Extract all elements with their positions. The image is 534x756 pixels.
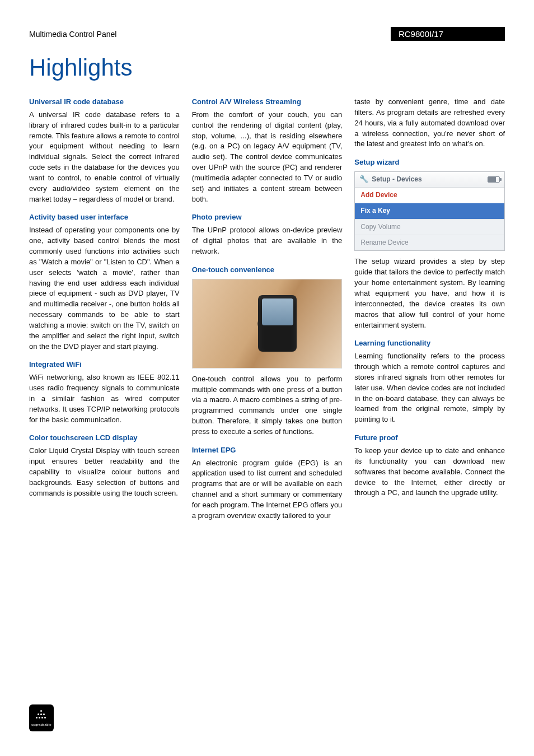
battery-icon: [488, 176, 500, 183]
remote-in-hand-photo: [192, 279, 343, 368]
section-title: Internet EPG: [192, 445, 343, 456]
upgradeable-icon: [36, 710, 47, 721]
section-title: Integrated WiFi: [29, 360, 180, 370]
section-title: Setup wizard: [354, 157, 505, 168]
section-body: The setup wizard provides a step by step…: [354, 256, 505, 330]
column-1: Universal IR code database A universal I…: [29, 97, 180, 524]
section-body: Instead of operating your components one…: [29, 225, 180, 352]
setup-row-rename-device: Rename Device: [355, 235, 504, 250]
column-3: taste by convenient genre, time and date…: [354, 97, 505, 524]
upgradeable-label: upgradeable: [31, 723, 51, 726]
section-body: The UPnP protocol allows on-device previ…: [192, 225, 343, 257]
setup-row-copy-volume: Copy Volume: [355, 219, 504, 235]
content-columns: Universal IR code database A universal I…: [29, 97, 505, 524]
upgradeable-badge: upgradeable: [29, 704, 54, 731]
section-title: Learning functionality: [354, 338, 505, 349]
section-title: Color touchscreen LCD display: [29, 433, 180, 444]
section-title: Photo preview: [192, 212, 343, 223]
setup-wizard-screenshot: 🔧 Setup - Devices Add Device Fix a Key C…: [354, 171, 505, 251]
header-row: Multimedia Control Panel RC9800I/17: [29, 27, 505, 41]
section-title: Activity based user interface: [29, 212, 180, 223]
section-body: taste by convenient genre, time and date…: [354, 97, 505, 150]
section-title: Control A/V Wireless Streaming: [192, 97, 343, 108]
onetouch-image: [192, 279, 343, 368]
section-body: One-touch control allows you to perform …: [192, 374, 343, 437]
section-title: One-touch convenience: [192, 265, 343, 276]
section-body: To keep your device up to date and enhan…: [354, 446, 505, 498]
section-body: From the comfort of your couch, you can …: [192, 110, 343, 205]
product-name: Multimedia Control Panel: [29, 30, 116, 39]
section-body: A universal IR code database refers to a…: [29, 110, 180, 205]
column-2: Control A/V Wireless Streaming From the …: [192, 97, 343, 524]
section-body: An electronic program guide (EPG) is an …: [192, 458, 343, 521]
section-body: Color Liquid Crystal Display with touch …: [29, 446, 180, 498]
setup-row-add-device: Add Device: [355, 188, 504, 203]
setup-row-fix-a-key: Fix a Key: [355, 203, 504, 218]
wrench-icon: 🔧: [359, 174, 368, 185]
model-badge: RC9800I/17: [391, 27, 505, 41]
section-body: WiFi networking, also known as IEEE 802.…: [29, 372, 180, 425]
section-title: Universal IR code database: [29, 97, 180, 108]
page-title: Highlights: [29, 54, 505, 81]
section-body: Learning functionality refers to the pro…: [354, 351, 505, 425]
setup-wizard-image: 🔧 Setup - Devices Add Device Fix a Key C…: [354, 171, 505, 251]
section-title: Future proof: [354, 433, 505, 444]
setup-header-label: Setup - Devices: [372, 175, 421, 184]
setup-screenshot-header: 🔧 Setup - Devices: [355, 172, 504, 188]
